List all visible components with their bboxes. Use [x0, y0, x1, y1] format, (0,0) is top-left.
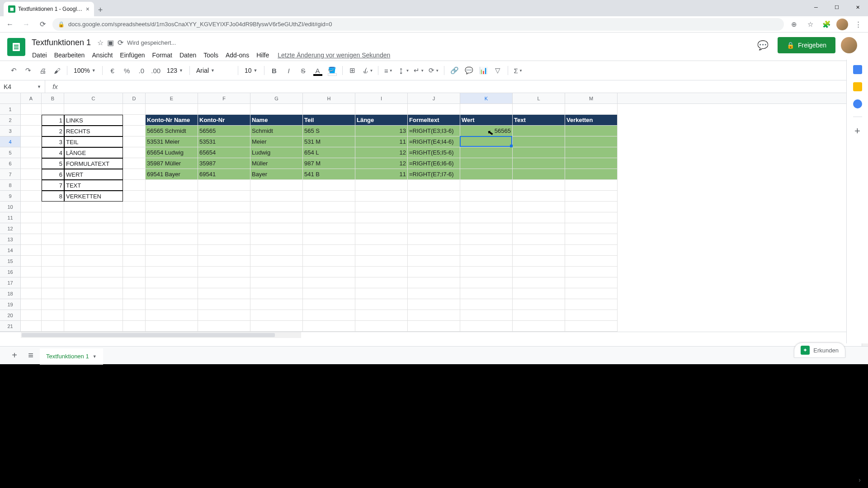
cell-E17[interactable] [146, 277, 198, 288]
cell-A4[interactable] [21, 136, 42, 147]
cell-C17[interactable] [64, 277, 123, 288]
cell-A18[interactable] [21, 288, 42, 299]
cell-F12[interactable] [198, 223, 250, 234]
cell-B5[interactable]: 4 [42, 147, 64, 158]
cell-B14[interactable] [42, 245, 64, 256]
cell-A9[interactable] [21, 191, 42, 202]
cell-A8[interactable] [21, 180, 42, 191]
cell-L10[interactable] [513, 202, 565, 212]
star-icon[interactable]: ☆ [804, 18, 816, 31]
cell-A19[interactable] [21, 299, 42, 310]
cell-K20[interactable] [460, 310, 513, 321]
cell-C13[interactable] [64, 234, 123, 245]
cell-M8[interactable] [565, 180, 618, 191]
row-header-11[interactable]: 11 [0, 212, 21, 223]
cell-E1[interactable] [146, 104, 198, 115]
cell-I21[interactable] [355, 321, 408, 332]
cell-F7[interactable]: 69541 [198, 169, 250, 180]
row-header-19[interactable]: 19 [0, 299, 21, 310]
cell-C7[interactable]: WERT [64, 169, 123, 180]
cell-J20[interactable] [408, 310, 460, 321]
cell-A11[interactable] [21, 212, 42, 223]
cell-H12[interactable] [303, 223, 355, 234]
cell-M20[interactable] [565, 310, 618, 321]
cell-B12[interactable] [42, 223, 64, 234]
cell-J12[interactable] [408, 223, 460, 234]
cell-H15[interactable] [303, 256, 355, 267]
account-avatar[interactable] [841, 37, 857, 53]
cell-C12[interactable] [64, 223, 123, 234]
italic-button[interactable]: I [283, 64, 295, 77]
cell-G1[interactable] [250, 104, 303, 115]
cell-L20[interactable] [513, 310, 565, 321]
font-size-select[interactable]: 10▼ [242, 64, 260, 77]
cell-K8[interactable] [460, 180, 513, 191]
cell-B15[interactable] [42, 256, 64, 267]
cell-M4[interactable] [565, 136, 618, 147]
strikethrough-button[interactable]: S [297, 64, 310, 77]
cell-L12[interactable] [513, 223, 565, 234]
star-doc-icon[interactable]: ☆ [97, 38, 104, 47]
explore-button[interactable]: ✦ Erkunden [794, 343, 845, 358]
cell-M18[interactable] [565, 288, 618, 299]
cell-F5[interactable]: 65654 [198, 147, 250, 158]
cell-G7[interactable]: Bayer [250, 169, 303, 180]
cell-L2[interactable]: Text [513, 115, 565, 126]
row-header-15[interactable]: 15 [0, 256, 21, 267]
row-header-14[interactable]: 14 [0, 245, 21, 256]
cell-D11[interactable] [123, 212, 146, 223]
extensions-icon[interactable]: 🧩 [820, 18, 833, 31]
cell-J4[interactable]: =RIGHT(E4;I4-6) [408, 136, 460, 147]
cell-F19[interactable] [198, 299, 250, 310]
cell-C19[interactable] [64, 299, 123, 310]
cell-A12[interactable] [21, 223, 42, 234]
print-button[interactable]: 🖨 [36, 64, 49, 77]
menu-einfügen[interactable]: Einfügen [117, 50, 148, 61]
cell-K21[interactable] [460, 321, 513, 332]
cell-H19[interactable] [303, 299, 355, 310]
row-header-16[interactable]: 16 [0, 267, 21, 277]
row-header-5[interactable]: 5 [0, 147, 21, 158]
cell-K14[interactable] [460, 245, 513, 256]
cell-E19[interactable] [146, 299, 198, 310]
cell-D12[interactable] [123, 223, 146, 234]
cell-K4[interactable] [460, 136, 513, 147]
cell-C4[interactable]: TEIL [64, 136, 123, 147]
paint-format-button[interactable]: 🖌 [51, 64, 63, 77]
cell-E3[interactable]: 56565 Schmidt [146, 126, 198, 136]
cell-A10[interactable] [21, 202, 42, 212]
column-header-G[interactable]: G [250, 93, 303, 103]
cell-E5[interactable]: 65654 Ludwig [146, 147, 198, 158]
cell-C20[interactable] [64, 310, 123, 321]
cell-M19[interactable] [565, 299, 618, 310]
cell-J11[interactable] [408, 212, 460, 223]
zoom-select[interactable]: 100%▼ [71, 64, 99, 77]
cell-D19[interactable] [123, 299, 146, 310]
cell-H9[interactable] [303, 191, 355, 202]
cell-A17[interactable] [21, 277, 42, 288]
cell-L13[interactable] [513, 234, 565, 245]
cell-A16[interactable] [21, 267, 42, 277]
cell-G2[interactable]: Name [250, 115, 303, 126]
column-header-D[interactable]: D [123, 93, 146, 103]
cell-M1[interactable] [565, 104, 618, 115]
all-sheets-button[interactable]: ≡ [24, 348, 38, 363]
cell-D13[interactable] [123, 234, 146, 245]
row-header-12[interactable]: 12 [0, 223, 21, 234]
sheet-tab-menu-icon[interactable]: ▼ [93, 354, 97, 359]
add-addon-button[interactable]: + [854, 125, 860, 137]
cell-J9[interactable] [408, 191, 460, 202]
cell-I11[interactable] [355, 212, 408, 223]
cell-I1[interactable] [355, 104, 408, 115]
cell-K18[interactable] [460, 288, 513, 299]
menu-format[interactable]: Format [149, 50, 175, 61]
cell-J1[interactable] [408, 104, 460, 115]
cell-M15[interactable] [565, 256, 618, 267]
cell-J10[interactable] [408, 202, 460, 212]
forward-button[interactable]: → [20, 18, 33, 31]
column-header-M[interactable]: M [565, 93, 618, 103]
decrease-decimal-button[interactable]: .0 [135, 64, 148, 77]
cell-H17[interactable] [303, 277, 355, 288]
cell-C14[interactable] [64, 245, 123, 256]
cell-G11[interactable] [250, 212, 303, 223]
